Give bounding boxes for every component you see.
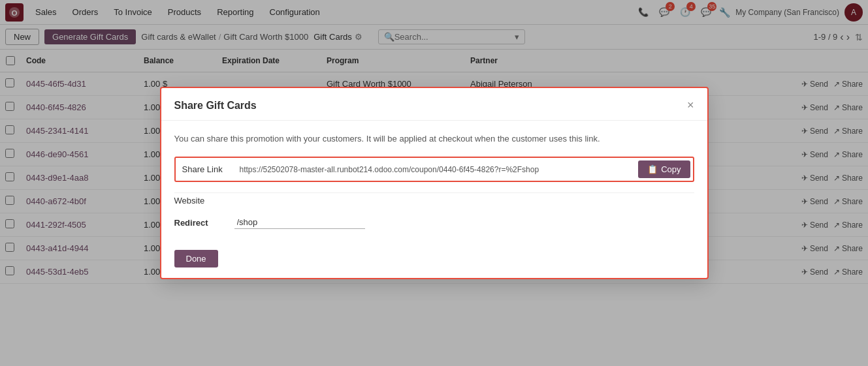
share-link-input[interactable] bbox=[237, 161, 630, 178]
share-link-label: Share Link bbox=[177, 164, 229, 174]
redirect-row: Redirect bbox=[174, 216, 694, 229]
redirect-input[interactable] bbox=[234, 216, 365, 229]
share-link-field: Share Link 📋 Copy bbox=[174, 157, 694, 182]
copy-icon: 📋 bbox=[647, 164, 658, 174]
share-gift-cards-modal: Share Gift Cards × You can share this pr… bbox=[160, 87, 709, 279]
modal-description: You can share this promotion with your c… bbox=[174, 134, 694, 144]
done-button[interactable]: Done bbox=[174, 250, 218, 267]
redirect-label: Redirect bbox=[174, 218, 227, 228]
copy-button[interactable]: 📋 Copy bbox=[638, 160, 690, 178]
copy-label: Copy bbox=[661, 164, 681, 174]
modal-header: Share Gift Cards × bbox=[161, 88, 707, 121]
modal-close-button[interactable]: × bbox=[687, 99, 694, 112]
modal-title: Share Gift Cards bbox=[174, 100, 257, 112]
modal-footer: Done bbox=[161, 242, 707, 278]
modal-overlay: Share Gift Cards × You can share this pr… bbox=[0, 0, 868, 284]
website-section-label: Website bbox=[174, 192, 694, 211]
modal-body: You can share this promotion with your c… bbox=[161, 121, 707, 242]
